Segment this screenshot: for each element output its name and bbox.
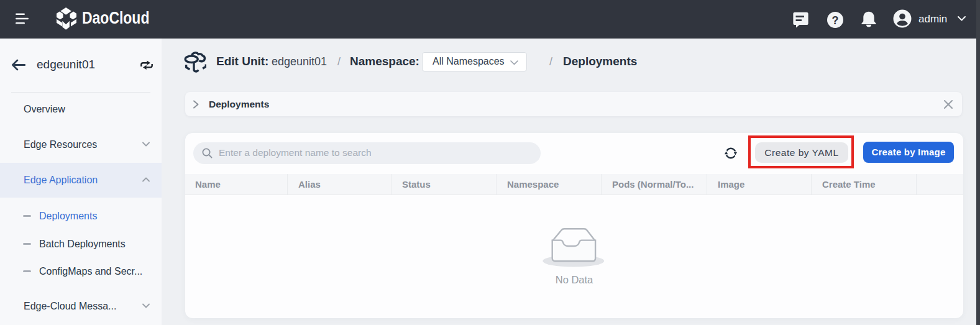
svg-text:?: ? [832,14,839,27]
